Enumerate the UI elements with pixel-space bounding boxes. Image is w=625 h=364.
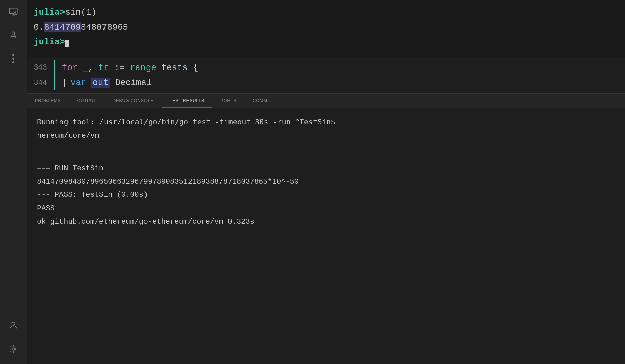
test-run-line: === RUN TestSin: [37, 162, 615, 175]
test-output-value: 8414709848078965066329679978908351218938…: [37, 175, 615, 189]
var-out: out: [91, 78, 110, 88]
main-content: julia> sin(1) 0.8414709848078965 julia> …: [27, 0, 625, 364]
var-tt: tt: [98, 63, 109, 73]
svg-point-8: [12, 348, 15, 350]
flask-icon[interactable]: [5, 27, 22, 44]
settings-icon[interactable]: [5, 340, 22, 357]
monitor-icon[interactable]: [5, 3, 22, 20]
dot-3: [12, 61, 14, 63]
dot-2: [12, 58, 14, 60]
ok-line: ok github.com/ethereum/go-ethereum/core/…: [37, 215, 615, 229]
editor-line-343: 343 for _, tt := range tests {: [27, 60, 625, 75]
code-343: for _, tt := range tests {: [58, 60, 198, 75]
terminal-command-1: sin(1): [65, 5, 97, 20]
julia-prompt-2: julia>: [34, 35, 65, 49]
terminal-line-2: 0.8414709848078965: [34, 20, 618, 35]
pass-detail-line: --- PASS: TestSin (0.00s): [37, 188, 615, 202]
terminal-cursor-area[interactable]: [65, 35, 69, 49]
keyword-for: for: [62, 63, 78, 73]
pass-keyword-line: PASS: [37, 202, 615, 215]
line-number-343: 343: [27, 61, 54, 74]
code-underscore: _,: [83, 63, 98, 73]
running-tool-line-1: Running tool: /usr/local/go/bin/go test …: [37, 115, 615, 129]
terminal-section: julia> sin(1) 0.8414709848078965 julia>: [27, 0, 625, 57]
svg-point-7: [12, 322, 15, 325]
code-assign: :=: [114, 63, 130, 73]
account-icon[interactable]: [5, 317, 22, 334]
var-tests: tests: [162, 63, 188, 73]
editor-section: 343 for _, tt := range tests { 344 | var…: [27, 57, 625, 94]
svg-point-9: [11, 347, 16, 351]
code-344: var out Decimal: [67, 75, 152, 90]
line-indicator-344: [54, 75, 55, 90]
line-indicator-343: [54, 60, 55, 75]
code-pipe: |: [58, 75, 67, 90]
julia-prompt-1: julia>: [34, 5, 65, 20]
more-dots-icon[interactable]: [5, 50, 22, 67]
code-brace: {: [193, 63, 198, 73]
tab-ports[interactable]: PORTS: [212, 94, 245, 108]
tab-problems[interactable]: PROBLEMS: [27, 94, 69, 108]
line-number-344: 344: [27, 77, 54, 89]
panel-tabs: PROBLEMS OUTPUT DEBUG CONSOLE TEST RESUL…: [27, 94, 625, 108]
test-results-panel: Running tool: /usr/local/go/bin/go test …: [27, 108, 625, 364]
tab-test-results[interactable]: TEST RESULTS: [162, 94, 212, 108]
tab-comments[interactable]: COMM...: [245, 94, 280, 108]
terminal-line-3: julia>: [34, 35, 618, 49]
tab-output[interactable]: OUTPUT: [69, 94, 104, 108]
activity-bar: [0, 0, 27, 364]
keyword-var: var: [71, 78, 86, 88]
dot-1: [12, 54, 14, 56]
editor-line-344: 344 | var out Decimal: [27, 75, 625, 90]
tab-debug-console[interactable]: DEBUG CONSOLE: [105, 94, 162, 108]
keyword-range: range: [130, 63, 156, 73]
running-tool-line-2: hereum/core/vm: [37, 129, 615, 142]
terminal-line-1: julia> sin(1): [34, 5, 618, 20]
terminal-output-1: 0.8414709848078965: [34, 20, 128, 35]
cursor: [65, 40, 69, 47]
type-decimal: Decimal: [115, 78, 152, 88]
